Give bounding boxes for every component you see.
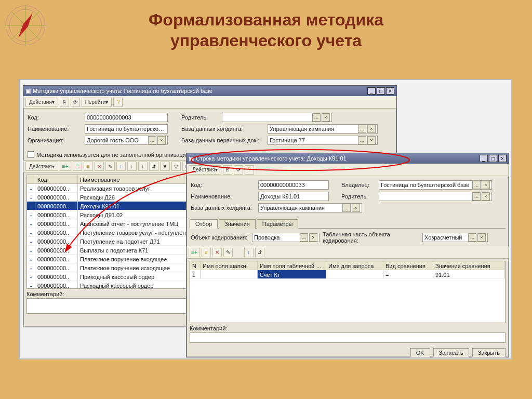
clear-icon[interactable]: × bbox=[322, 113, 330, 122]
app-icon: ▣ bbox=[189, 155, 194, 162]
th-tabfield[interactable]: Имя поля табличной час.. bbox=[258, 261, 326, 270]
db-primary-field[interactable]: Гостиница 77…× bbox=[268, 136, 378, 145]
close-button[interactable]: × bbox=[498, 155, 507, 162]
select-icon[interactable]: … bbox=[358, 125, 366, 133]
tool-icon[interactable]: ⟳ bbox=[234, 165, 243, 175]
th-code[interactable]: Код bbox=[35, 175, 78, 183]
th-cmpval[interactable]: Значение сравнения bbox=[433, 261, 505, 270]
close-button[interactable]: Закрыть bbox=[472, 348, 506, 357]
titlebar[interactable]: ▣ Методики управленческого учета: Гостин… bbox=[23, 86, 396, 96]
select-icon[interactable]: … bbox=[148, 136, 156, 144]
copy-icon[interactable]: ≡ bbox=[84, 162, 93, 171]
hierarchy-icon[interactable]: ⇵ bbox=[149, 162, 158, 171]
select-icon[interactable]: … bbox=[300, 233, 308, 242]
table-row[interactable]: 1Счет Кт=91.01 bbox=[190, 270, 505, 279]
move-down-icon[interactable]: ↓ bbox=[127, 162, 137, 171]
select-icon[interactable]: … bbox=[472, 181, 481, 189]
window-title: Строка методики управленческого учета: Д… bbox=[196, 155, 347, 162]
select-icon[interactable]: … bbox=[312, 113, 321, 122]
select-icon[interactable]: … bbox=[342, 204, 351, 212]
select-icon[interactable]: … bbox=[472, 192, 481, 201]
label-db-primary: База данных первичных док.: bbox=[181, 137, 264, 143]
label-owner: Владелец: bbox=[341, 182, 376, 188]
minimize-button[interactable]: _ bbox=[480, 155, 488, 162]
label-db-holding: База данных холдинга: bbox=[181, 126, 264, 132]
code-field[interactable]: 00000000000033 bbox=[258, 180, 329, 190]
parent-field[interactable]: …× bbox=[379, 192, 492, 201]
move-up-icon[interactable]: ↑ bbox=[116, 162, 126, 171]
clear-icon[interactable]: × bbox=[157, 136, 166, 144]
help-icon[interactable]: ? bbox=[113, 98, 123, 107]
close-button[interactable]: × bbox=[386, 87, 394, 95]
select-icon[interactable]: … bbox=[358, 136, 366, 144]
name-field[interactable]: Гостиница по бухгалтерской базе bbox=[85, 124, 168, 134]
th-hat[interactable]: Имя поля шапки bbox=[201, 261, 258, 270]
ok-button[interactable]: OK bbox=[410, 348, 430, 357]
sort-icon[interactable]: ↕ bbox=[138, 162, 148, 171]
save-button[interactable]: Записать bbox=[433, 348, 469, 357]
filter-off-icon[interactable]: ▽ bbox=[171, 162, 181, 171]
label-code: Код: bbox=[28, 114, 82, 121]
org-field[interactable]: Дорогой гость ООО…× bbox=[85, 136, 168, 145]
parent-field[interactable]: …× bbox=[222, 113, 332, 122]
object-field[interactable]: Проводка…× bbox=[252, 233, 320, 242]
unused-org-checkbox[interactable] bbox=[28, 151, 34, 158]
add-group-icon[interactable]: ≣ bbox=[73, 162, 82, 171]
goto-dropdown[interactable]: Перейти ▾ bbox=[82, 98, 112, 107]
filter-icon[interactable]: ▼ bbox=[160, 162, 170, 171]
maximize-button[interactable]: □ bbox=[489, 155, 497, 162]
th-query[interactable]: Имя для запроса bbox=[326, 261, 383, 270]
name-field[interactable]: Доходы К91.01 bbox=[258, 192, 329, 201]
label-name: Наименование: bbox=[28, 126, 82, 132]
clear-icon[interactable]: × bbox=[367, 136, 376, 144]
owner-field[interactable]: Гостиница по бухгалтерской базе…× bbox=[379, 180, 492, 190]
clear-icon[interactable]: × bbox=[482, 192, 490, 201]
actions-dropdown[interactable]: Действия ▾ bbox=[25, 162, 58, 171]
actions-dropdown[interactable]: Действия ▾ bbox=[189, 165, 221, 175]
filter-table[interactable]: N Имя поля шапки Имя поля табличной час.… bbox=[190, 261, 506, 323]
titlebar[interactable]: ▣ Строка методики управленческого учета:… bbox=[187, 153, 509, 164]
copy-icon[interactable]: ≡ bbox=[202, 248, 211, 257]
th-n[interactable]: N bbox=[190, 261, 201, 270]
th-cmp[interactable]: Вид сравнения bbox=[383, 261, 433, 270]
tool-icon[interactable]: ⎘ bbox=[223, 165, 232, 175]
label-tabpart: Табличная часть объекта кодирования: bbox=[323, 231, 419, 244]
clear-icon[interactable]: × bbox=[482, 181, 490, 189]
toolbar-main: Действия ▾ ⎘ ⟳ ? bbox=[187, 164, 509, 176]
label-db-holding: База данных холдинга: bbox=[191, 205, 255, 211]
sort-icon[interactable]: ⇵ bbox=[255, 248, 264, 257]
maximize-button[interactable]: □ bbox=[377, 87, 385, 95]
tab-values[interactable]: Значения bbox=[219, 219, 256, 229]
label-comment: Комментарий: bbox=[190, 325, 506, 331]
clear-icon[interactable]: × bbox=[477, 233, 486, 242]
add-icon[interactable]: ≡+ bbox=[189, 248, 200, 257]
tool-icon[interactable]: ⟳ bbox=[71, 98, 80, 107]
tab-filter[interactable]: Отбор bbox=[190, 219, 218, 229]
edit-icon[interactable]: ✎ bbox=[105, 162, 115, 171]
delete-icon[interactable]: ✕ bbox=[212, 248, 222, 257]
comment-field[interactable] bbox=[190, 332, 506, 343]
toolbar-sublist: ≡+ ≡ ✕ ✎ ↕ ⇵ bbox=[187, 246, 509, 259]
db-holding-field[interactable]: Управляющая кампания…× bbox=[268, 124, 378, 134]
label-org: Организация: bbox=[28, 137, 82, 143]
move-up-icon[interactable]: ↕ bbox=[244, 248, 254, 257]
minimize-button[interactable]: _ bbox=[367, 87, 376, 95]
delete-icon[interactable]: ✕ bbox=[95, 162, 104, 171]
label-parent: Родитель: bbox=[341, 193, 376, 200]
label-name: Наименование: bbox=[191, 193, 255, 200]
tabpart-field[interactable]: Хозрасчетный…× bbox=[422, 233, 488, 242]
tool-icon[interactable]: ⎘ bbox=[60, 98, 69, 107]
select-icon[interactable]: … bbox=[468, 233, 476, 242]
db-holding-field[interactable]: Управляющая кампания…× bbox=[258, 203, 362, 212]
app-icon: ▣ bbox=[25, 88, 31, 95]
screenshot-canvas: ▣ Методики управленческого учета: Гостин… bbox=[19, 79, 512, 360]
add-icon[interactable]: ≡+ bbox=[60, 162, 71, 171]
clear-icon[interactable]: × bbox=[309, 233, 317, 242]
clear-icon[interactable]: × bbox=[352, 204, 360, 212]
help-icon[interactable]: ? bbox=[245, 165, 254, 175]
code-field[interactable]: 00000000000003 bbox=[85, 113, 168, 122]
actions-dropdown[interactable]: Действия ▾ bbox=[25, 98, 58, 107]
clear-icon[interactable]: × bbox=[367, 125, 376, 133]
edit-icon[interactable]: ✎ bbox=[223, 248, 233, 257]
tab-params[interactable]: Параметры bbox=[257, 219, 299, 229]
